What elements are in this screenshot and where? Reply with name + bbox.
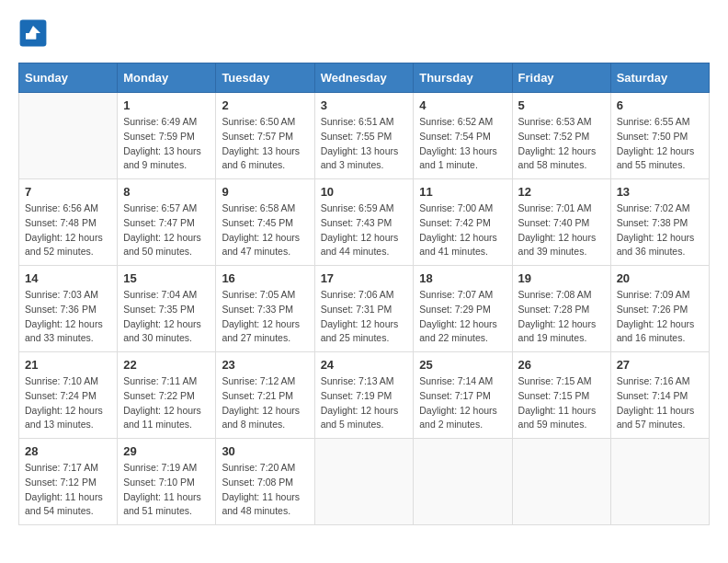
day-info: Sunrise: 7:04 AMSunset: 7:35 PMDaylight:…	[123, 288, 210, 346]
calendar-cell: 13Sunrise: 7:02 AMSunset: 7:38 PMDayligh…	[610, 179, 709, 266]
calendar-cell	[610, 439, 709, 525]
day-number: 8	[123, 185, 210, 199]
day-number: 29	[123, 444, 210, 458]
calendar-cell: 5Sunrise: 6:53 AMSunset: 7:52 PMDaylight…	[512, 93, 610, 179]
day-info: Sunrise: 6:49 AMSunset: 7:59 PMDaylight:…	[123, 115, 210, 173]
day-number: 20	[617, 271, 703, 285]
column-header-tuesday: Tuesday	[216, 63, 314, 93]
day-number: 2	[222, 98, 308, 112]
day-info: Sunrise: 7:02 AMSunset: 7:38 PMDaylight:…	[617, 201, 703, 259]
calendar-cell: 28Sunrise: 7:17 AMSunset: 7:12 PMDayligh…	[19, 439, 118, 525]
day-info: Sunrise: 7:10 AMSunset: 7:24 PMDaylight:…	[25, 374, 111, 432]
calendar-cell: 10Sunrise: 6:59 AMSunset: 7:43 PMDayligh…	[314, 179, 414, 266]
calendar-cell: 17Sunrise: 7:06 AMSunset: 7:31 PMDayligh…	[314, 266, 414, 352]
day-info: Sunrise: 7:16 AMSunset: 7:14 PMDaylight:…	[617, 374, 703, 432]
day-number: 4	[419, 98, 506, 112]
day-number: 1	[123, 98, 210, 112]
day-number: 27	[617, 358, 703, 372]
day-info: Sunrise: 6:50 AMSunset: 7:57 PMDaylight:…	[222, 115, 308, 173]
calendar-cell	[414, 439, 512, 525]
calendar-cell: 26Sunrise: 7:15 AMSunset: 7:15 PMDayligh…	[512, 352, 610, 439]
day-info: Sunrise: 7:17 AMSunset: 7:12 PMDaylight:…	[25, 461, 111, 519]
calendar-cell: 18Sunrise: 7:07 AMSunset: 7:29 PMDayligh…	[414, 266, 512, 352]
day-info: Sunrise: 7:00 AMSunset: 7:42 PMDaylight:…	[419, 201, 506, 259]
column-header-saturday: Saturday	[610, 63, 709, 93]
day-info: Sunrise: 7:06 AMSunset: 7:31 PMDaylight:…	[321, 288, 408, 346]
day-number: 3	[321, 98, 408, 112]
day-number: 17	[321, 271, 408, 285]
day-number: 23	[222, 358, 308, 372]
day-info: Sunrise: 7:19 AMSunset: 7:10 PMDaylight:…	[123, 461, 210, 519]
day-number: 15	[123, 271, 210, 285]
calendar-week-row: 1Sunrise: 6:49 AMSunset: 7:59 PMDaylight…	[19, 93, 710, 179]
day-number: 6	[617, 98, 703, 112]
day-number: 21	[25, 358, 111, 372]
calendar-cell: 2Sunrise: 6:50 AMSunset: 7:57 PMDaylight…	[216, 93, 314, 179]
calendar-week-row: 28Sunrise: 7:17 AMSunset: 7:12 PMDayligh…	[19, 439, 710, 525]
day-info: Sunrise: 6:51 AMSunset: 7:55 PMDaylight:…	[321, 115, 408, 173]
day-number: 16	[222, 271, 308, 285]
calendar-week-row: 14Sunrise: 7:03 AMSunset: 7:36 PMDayligh…	[19, 266, 710, 352]
calendar-cell: 11Sunrise: 7:00 AMSunset: 7:42 PMDayligh…	[414, 179, 512, 266]
day-info: Sunrise: 7:14 AMSunset: 7:17 PMDaylight:…	[419, 374, 506, 432]
day-info: Sunrise: 7:20 AMSunset: 7:08 PMDaylight:…	[222, 461, 308, 519]
calendar-cell: 3Sunrise: 6:51 AMSunset: 7:55 PMDaylight…	[314, 93, 414, 179]
day-number: 26	[518, 358, 605, 372]
calendar-cell: 19Sunrise: 7:08 AMSunset: 7:28 PMDayligh…	[512, 266, 610, 352]
calendar-cell: 25Sunrise: 7:14 AMSunset: 7:17 PMDayligh…	[414, 352, 512, 439]
calendar-cell: 24Sunrise: 7:13 AMSunset: 7:19 PMDayligh…	[314, 352, 414, 439]
calendar-cell: 14Sunrise: 7:03 AMSunset: 7:36 PMDayligh…	[19, 266, 118, 352]
calendar-cell: 15Sunrise: 7:04 AMSunset: 7:35 PMDayligh…	[118, 266, 216, 352]
column-header-sunday: Sunday	[19, 63, 118, 93]
day-number: 5	[518, 98, 605, 112]
day-info: Sunrise: 6:56 AMSunset: 7:48 PMDaylight:…	[25, 201, 111, 259]
day-number: 30	[222, 444, 308, 458]
day-number: 24	[321, 358, 408, 372]
day-info: Sunrise: 7:07 AMSunset: 7:29 PMDaylight:…	[419, 288, 506, 346]
calendar-cell: 29Sunrise: 7:19 AMSunset: 7:10 PMDayligh…	[118, 439, 216, 525]
calendar-week-row: 21Sunrise: 7:10 AMSunset: 7:24 PMDayligh…	[19, 352, 710, 439]
day-info: Sunrise: 6:57 AMSunset: 7:47 PMDaylight:…	[123, 201, 210, 259]
day-number: 9	[222, 185, 308, 199]
day-info: Sunrise: 7:09 AMSunset: 7:26 PMDaylight:…	[617, 288, 703, 346]
calendar-cell: 4Sunrise: 6:52 AMSunset: 7:54 PMDaylight…	[414, 93, 512, 179]
day-number: 7	[25, 185, 111, 199]
day-info: Sunrise: 6:59 AMSunset: 7:43 PMDaylight:…	[321, 201, 408, 259]
day-info: Sunrise: 7:15 AMSunset: 7:15 PMDaylight:…	[518, 374, 605, 432]
day-number: 12	[518, 185, 605, 199]
calendar-cell: 30Sunrise: 7:20 AMSunset: 7:08 PMDayligh…	[216, 439, 314, 525]
calendar-cell: 22Sunrise: 7:11 AMSunset: 7:22 PMDayligh…	[118, 352, 216, 439]
calendar-cell: 7Sunrise: 6:56 AMSunset: 7:48 PMDaylight…	[19, 179, 118, 266]
page-header	[18, 18, 710, 48]
calendar-cell: 21Sunrise: 7:10 AMSunset: 7:24 PMDayligh…	[19, 352, 118, 439]
day-info: Sunrise: 7:12 AMSunset: 7:21 PMDaylight:…	[222, 374, 308, 432]
day-number: 10	[321, 185, 408, 199]
day-number: 18	[419, 271, 506, 285]
day-number: 28	[25, 444, 111, 458]
day-number: 22	[123, 358, 210, 372]
day-number: 11	[419, 185, 506, 199]
column-header-thursday: Thursday	[414, 63, 512, 93]
calendar-cell: 16Sunrise: 7:05 AMSunset: 7:33 PMDayligh…	[216, 266, 314, 352]
column-header-friday: Friday	[512, 63, 610, 93]
calendar-cell: 6Sunrise: 6:55 AMSunset: 7:50 PMDaylight…	[610, 93, 709, 179]
day-number: 25	[419, 358, 506, 372]
day-number: 13	[617, 185, 703, 199]
day-info: Sunrise: 6:52 AMSunset: 7:54 PMDaylight:…	[419, 115, 506, 173]
day-info: Sunrise: 7:01 AMSunset: 7:40 PMDaylight:…	[518, 201, 605, 259]
calendar-cell	[512, 439, 610, 525]
calendar-cell: 12Sunrise: 7:01 AMSunset: 7:40 PMDayligh…	[512, 179, 610, 266]
column-header-monday: Monday	[118, 63, 216, 93]
calendar-cell: 1Sunrise: 6:49 AMSunset: 7:59 PMDaylight…	[118, 93, 216, 179]
calendar-cell: 20Sunrise: 7:09 AMSunset: 7:26 PMDayligh…	[610, 266, 709, 352]
calendar-cell	[19, 93, 118, 179]
column-header-wednesday: Wednesday	[314, 63, 414, 93]
day-info: Sunrise: 6:58 AMSunset: 7:45 PMDaylight:…	[222, 201, 308, 259]
day-info: Sunrise: 6:55 AMSunset: 7:50 PMDaylight:…	[617, 115, 703, 173]
svg-rect-2	[26, 33, 36, 39]
logo	[18, 18, 51, 48]
day-info: Sunrise: 7:03 AMSunset: 7:36 PMDaylight:…	[25, 288, 111, 346]
day-number: 14	[25, 271, 111, 285]
calendar-table: SundayMondayTuesdayWednesdayThursdayFrid…	[18, 63, 710, 525]
calendar-cell: 9Sunrise: 6:58 AMSunset: 7:45 PMDaylight…	[216, 179, 314, 266]
